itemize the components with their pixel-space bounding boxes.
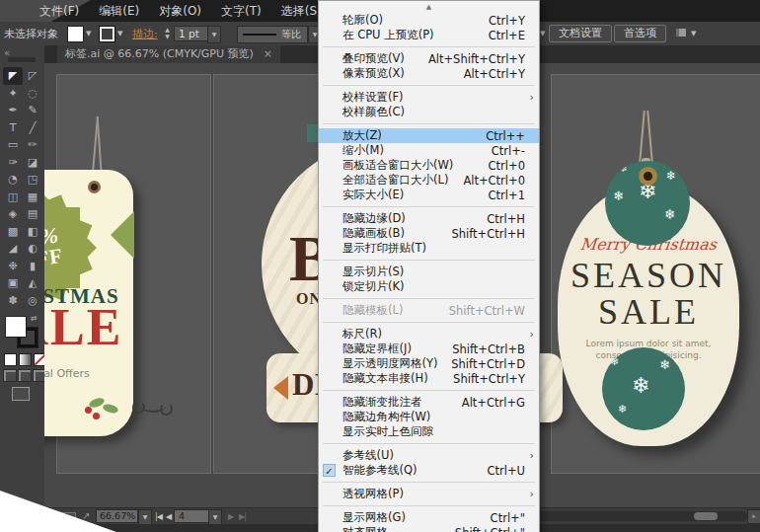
- menu-show-transparency-grid[interactable]: 显示透明度网格(Y) Shift+Ctrl+D: [319, 356, 539, 371]
- menu-snap-to-grid[interactable]: 对齐网格 Shift+Ctrl+": [319, 525, 539, 532]
- selection-tool[interactable]: ◤: [3, 67, 23, 85]
- menu-lock-slices[interactable]: 锁定切片(K): [319, 279, 539, 294]
- menu-hide-text-threads[interactable]: 隐藏文本串接(H) Shift+Ctrl+Y: [319, 371, 539, 386]
- type-tool[interactable]: T: [3, 119, 23, 137]
- first-artboard-button[interactable]: |◀: [155, 512, 162, 521]
- menu-hide-corner-widget[interactable]: 隐藏边角构件(W): [319, 410, 539, 424]
- view-menu-item[interactable]: [319, 501, 539, 510]
- menu-hide-gradient-annotator[interactable]: 隐藏渐变批注者 Alt+Ctrl+G: [319, 395, 539, 410]
- document-tab[interactable]: 标签.ai @ 66.67% (CMYK/GPU 预览)×: [57, 45, 280, 63]
- close-tab-icon[interactable]: ×: [264, 47, 272, 60]
- view-menu-item[interactable]: [319, 478, 539, 487]
- magic-wand-tool[interactable]: ✦: [3, 85, 23, 103]
- menu-hide-bounding-box[interactable]: 隐藏定界框(J) Shift+Ctrl+B: [319, 342, 539, 356]
- gradient-tool[interactable]: ◧: [23, 223, 42, 241]
- mesh-tool[interactable]: ▩: [3, 223, 23, 241]
- rotate-tool[interactable]: ◔: [3, 171, 23, 189]
- menu-hide-edges[interactable]: 隐藏边缘(D) Ctrl+H: [319, 211, 539, 226]
- stroke-width-dropdown-icon[interactable]: ▼: [207, 26, 221, 43]
- gradient-button[interactable]: [19, 353, 32, 366]
- export-icon[interactable]: ↗: [82, 510, 90, 521]
- menu-proof-colors[interactable]: 校样颜色(C): [319, 105, 539, 119]
- column-graph-tool[interactable]: ▮: [23, 258, 42, 275]
- draw-behind-button[interactable]: [18, 369, 32, 382]
- view-menu-item[interactable]: [319, 439, 539, 448]
- width-tool[interactable]: ◫: [3, 189, 23, 206]
- paintbrush-tool[interactable]: ✏: [23, 136, 42, 154]
- hand-tool[interactable]: ✽: [3, 292, 23, 310]
- artboard-tool[interactable]: ▣: [3, 274, 23, 292]
- menu-perspective-grid[interactable]: 透视网格(P) ›: [319, 487, 539, 501]
- direct-selection-tool[interactable]: ◸: [23, 67, 42, 85]
- shape-builder-tool[interactable]: ◈: [3, 205, 23, 223]
- menu-zoom-in[interactable]: 放大(Z) Ctrl++: [319, 128, 539, 143]
- menu-outline[interactable]: 轮廓(O) Ctrl+Y: [319, 13, 539, 28]
- menu-scroll-up[interactable]: ▲: [319, 1, 539, 13]
- screen-mode-button[interactable]: [12, 387, 30, 401]
- menu-actual-size[interactable]: 实际大小(E) Ctrl+1: [319, 188, 539, 202]
- fill-dropdown-icon[interactable]: ▼: [86, 30, 91, 38]
- pencil-tool[interactable]: ✑: [3, 154, 23, 172]
- menu-proof-setup[interactable]: 校样设置(F) ›: [319, 90, 539, 105]
- menu-show-grid[interactable]: 显示网格(G) Ctrl+": [319, 510, 539, 525]
- view-menu-item[interactable]: [319, 81, 539, 90]
- panel-drag-grip[interactable]: [8, 57, 36, 62]
- menu-hide-artboards[interactable]: 隐藏画板(B) Shift+Ctrl+H: [319, 226, 539, 241]
- hidden-control-dropdown-icon[interactable]: ▼: [540, 30, 545, 38]
- artboard-number-field[interactable]: 4: [174, 509, 209, 523]
- menu-fit-artboard[interactable]: 画板适合窗口大小(W) Ctrl+0: [319, 158, 539, 173]
- menu-guides[interactable]: 参考线(U) ›: [319, 448, 539, 463]
- previous-artboard-button[interactable]: ◀: [166, 512, 171, 521]
- menu-fit-all[interactable]: 全部适合窗口大小(L) Alt+Ctrl+0: [319, 173, 539, 188]
- stroke-stepper[interactable]: ▲▼: [164, 26, 171, 40]
- menu-zoom-out[interactable]: 缩小(M) Ctrl+-: [319, 143, 539, 158]
- color-button[interactable]: [4, 353, 17, 366]
- menu-rulers[interactable]: 标尺(R) ›: [319, 327, 539, 342]
- view-menu-item[interactable]: [319, 386, 539, 395]
- rectangle-tool[interactable]: ▭: [3, 136, 23, 154]
- menu-hide-template[interactable]: 隐藏模板(L) Shift+Ctrl+W: [319, 303, 539, 318]
- stroke-color-swatch[interactable]: [99, 26, 115, 42]
- fill-indicator[interactable]: [5, 316, 27, 338]
- view-menu-item[interactable]: [319, 202, 539, 211]
- stroke-label[interactable]: 描边:: [132, 27, 158, 41]
- menu-preview-on-cpu[interactable]: 在 CPU 上预览(P) Ctrl+E: [319, 28, 539, 42]
- stroke-dropdown-icon[interactable]: ▼: [117, 30, 122, 38]
- scale-tool[interactable]: ◳: [23, 171, 42, 189]
- zoom-level-field[interactable]: 66.67%: [96, 509, 138, 523]
- document-setup-button[interactable]: 文档设置: [549, 25, 612, 42]
- stroke-profile-dropdown[interactable]: 等比: [237, 26, 308, 43]
- lasso-tool[interactable]: ◌: [23, 85, 42, 103]
- menu-object[interactable]: 对象(O): [149, 2, 211, 20]
- view-menu-item[interactable]: [319, 119, 539, 128]
- line-segment-tool[interactable]: ╱: [23, 119, 42, 137]
- scrollbar-corner-icon[interactable]: ▸: [747, 509, 760, 524]
- workspace-icon[interactable]: [675, 28, 687, 38]
- menu-type[interactable]: 文字(T): [211, 2, 271, 20]
- menu-show-live-paint-gaps[interactable]: 显示实时上色间隙: [319, 424, 539, 439]
- eraser-tool[interactable]: ◪: [23, 154, 42, 172]
- workspace-dropdown-icon[interactable]: ▼: [691, 30, 696, 38]
- menu-show-print-tiling[interactable]: 显示打印拼贴(T): [319, 241, 539, 256]
- free-transform-tool[interactable]: ▦: [23, 189, 42, 206]
- draw-normal-button[interactable]: [3, 369, 17, 382]
- pen-tool[interactable]: ✒: [3, 102, 23, 119]
- horizontal-scrollbar-thumb[interactable]: [694, 512, 718, 520]
- last-artboard-button[interactable]: ▶|: [239, 512, 246, 521]
- view-menu-item[interactable]: [319, 318, 539, 327]
- view-menu-item[interactable]: [319, 256, 539, 265]
- zoom-dropdown-icon[interactable]: ▼: [138, 509, 152, 525]
- menu-show-slices[interactable]: 显示切片(S): [319, 265, 539, 279]
- menu-file[interactable]: 文件(F): [30, 2, 89, 20]
- slice-tool[interactable]: ◭: [23, 274, 42, 292]
- menu-overprint-preview[interactable]: 叠印预览(V) Alt+Shift+Ctrl+Y: [319, 51, 539, 66]
- next-artboard-button[interactable]: ▶: [228, 512, 233, 521]
- view-menu-item[interactable]: [319, 42, 539, 51]
- blend-tool[interactable]: ◐: [23, 240, 42, 258]
- fill-color-swatch[interactable]: [67, 26, 84, 42]
- preferences-button[interactable]: 首选项: [614, 25, 666, 42]
- view-menu-item[interactable]: [319, 294, 539, 303]
- zoom-tool[interactable]: ◎: [23, 292, 42, 310]
- eyedropper-tool[interactable]: ◢: [3, 240, 23, 258]
- menu-pixel-preview[interactable]: 像素预览(X) Alt+Ctrl+Y: [319, 66, 539, 81]
